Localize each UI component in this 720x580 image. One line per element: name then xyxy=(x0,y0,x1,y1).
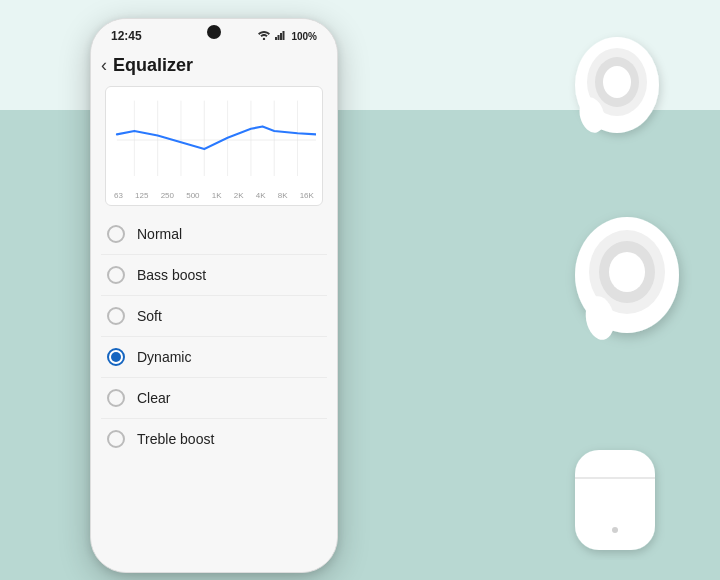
signal-icon xyxy=(275,30,287,42)
eq-label-4k: 4K xyxy=(256,191,266,200)
page-title: Equalizer xyxy=(113,55,193,76)
eq-frequency-labels: 63 125 250 500 1K 2K 4K 8K 16K xyxy=(112,191,316,200)
eq-label-16k: 16K xyxy=(300,191,314,200)
phone-screen: 12:45 100% xyxy=(91,19,337,572)
status-time: 12:45 xyxy=(111,29,142,43)
svg-rect-3 xyxy=(280,33,282,40)
eq-option-clear-label: Clear xyxy=(137,390,170,406)
back-button[interactable]: ‹ xyxy=(101,55,107,76)
eq-option-normal[interactable]: Normal xyxy=(101,214,327,255)
eq-option-treble-boost[interactable]: Treble boost xyxy=(101,419,327,459)
eq-option-normal-label: Normal xyxy=(137,226,182,242)
earbud-top-right xyxy=(562,30,672,150)
eq-chart: 63 125 250 500 1K 2K 4K 8K 16K xyxy=(105,86,323,206)
eq-label-250: 250 xyxy=(161,191,174,200)
svg-rect-24 xyxy=(575,450,655,550)
radio-clear xyxy=(107,389,125,407)
eq-option-clear[interactable]: Clear xyxy=(101,378,327,419)
eq-option-bass-boost[interactable]: Bass boost xyxy=(101,255,327,296)
svg-point-22 xyxy=(609,252,645,292)
radio-dynamic-fill xyxy=(111,352,121,362)
eq-curve-svg xyxy=(112,95,316,185)
earbud-mid-right xyxy=(562,210,692,360)
eq-option-soft[interactable]: Soft xyxy=(101,296,327,337)
svg-point-26 xyxy=(612,527,618,533)
eq-option-bass-boost-label: Bass boost xyxy=(137,267,206,283)
eq-label-500: 500 xyxy=(186,191,199,200)
status-icons: 100% xyxy=(257,30,317,42)
radio-normal xyxy=(107,225,125,243)
wifi-icon xyxy=(257,30,271,42)
svg-rect-1 xyxy=(275,37,277,40)
eq-option-treble-boost-label: Treble boost xyxy=(137,431,214,447)
eq-label-63: 63 xyxy=(114,191,123,200)
svg-point-0 xyxy=(263,38,265,40)
eq-option-dynamic[interactable]: Dynamic xyxy=(101,337,327,378)
eq-label-8k: 8K xyxy=(278,191,288,200)
radio-treble-boost xyxy=(107,430,125,448)
radio-soft xyxy=(107,307,125,325)
eq-label-2k: 2K xyxy=(234,191,244,200)
eq-label-125: 125 xyxy=(135,191,148,200)
eq-label-1k: 1K xyxy=(212,191,222,200)
radio-dynamic xyxy=(107,348,125,366)
svg-point-17 xyxy=(603,66,631,98)
eq-option-soft-label: Soft xyxy=(137,308,162,324)
radio-bass-boost xyxy=(107,266,125,284)
app-header: ‹ Equalizer xyxy=(91,47,337,82)
eq-options-list: Normal Bass boost Soft Dynamic Clear xyxy=(91,214,337,459)
eq-option-dynamic-label: Dynamic xyxy=(137,349,191,365)
battery-text: 100% xyxy=(291,31,317,42)
earbud-case xyxy=(565,440,665,560)
phone-frame: 12:45 100% xyxy=(90,18,338,573)
svg-rect-4 xyxy=(283,31,285,40)
camera-notch xyxy=(207,25,221,39)
svg-rect-2 xyxy=(278,35,280,40)
